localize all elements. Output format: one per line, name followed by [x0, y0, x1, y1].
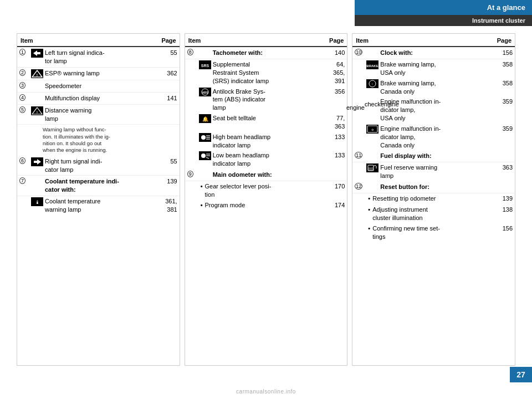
column-3: Item Page 10 Clock with: 156 BRAKE Brake… — [352, 33, 515, 366]
row-text: • Resetting trip odometer — [368, 195, 492, 203]
row-page: 359 — [492, 98, 513, 106]
table-row: Fuel reserve warninglamp 363 — [352, 162, 515, 181]
table-row: • Adjusting instrumentcluster illuminati… — [352, 204, 515, 223]
check-engine-usa-icon: checkenginecheckengine — [365, 98, 380, 111]
row-text: SupplementalRestraint System(SRS) indica… — [213, 60, 324, 85]
row-page: 55 — [156, 49, 177, 57]
table-row: 1 Left turn signal indica-tor lamp 55 — [17, 47, 180, 68]
table-row: • Gear selector lever posi-tion 170 — [185, 181, 347, 200]
row-page: 141 — [156, 94, 177, 103]
header-bar: At a glance Instrument cluster — [355, 0, 532, 26]
row-page: 138 — [492, 206, 513, 214]
check-engine-canada-icon: ⚙ — [365, 125, 380, 134]
srs-icon: SRS — [197, 60, 213, 69]
table-row: checkenginecheckengine Engine malfunctio… — [352, 96, 515, 124]
row-text: • Confirming new time set-tings — [368, 224, 492, 241]
table-row: • Resetting trip odometer 139 — [352, 193, 515, 204]
row-page: 356 — [324, 88, 345, 96]
highbeam-icon — [197, 133, 213, 142]
row-text: Main odometer with: — [213, 171, 324, 179]
column-2: Item Page 8 Tachometer with: 140 SRS Sup… — [185, 33, 348, 366]
page-number: 27 — [510, 367, 532, 382]
row-page: 174 — [324, 201, 345, 209]
table-row: SRS SupplementalRestraint System(SRS) in… — [185, 59, 347, 86]
row-num: 12 — [355, 183, 365, 189]
row-page: 77,363 — [324, 114, 345, 131]
row-text: Speedometer — [45, 82, 156, 90]
row-text: Right turn signal indi-cator lamp — [45, 157, 156, 174]
row-page: 139 — [492, 195, 513, 203]
table-row: 12 Reset button for: — [352, 181, 515, 193]
svg-text:SRS: SRS — [201, 64, 209, 68]
table-row: 8 Tachometer with: 140 — [185, 47, 347, 59]
table-row: 10 Clock with: 156 — [352, 47, 515, 59]
row-page: 133 — [324, 151, 345, 160]
svg-text:🔔: 🔔 — [202, 116, 208, 122]
row-page: 140 — [324, 49, 345, 57]
lowbeam-icon — [197, 151, 213, 160]
col3-item-header: Item — [356, 37, 490, 44]
right-turn-icon — [29, 157, 45, 166]
col2-item-header: Item — [188, 37, 323, 44]
table-row: • Confirming new time set-tings 156 — [352, 223, 515, 242]
seatbelt-icon: 🔔 — [197, 114, 213, 123]
row-text: Reset button for: — [380, 183, 492, 191]
svg-text:!: ! — [372, 83, 373, 86]
col3-header: Item Page — [352, 35, 515, 47]
row-num: 7 — [19, 177, 29, 183]
col2-header: Item Page — [185, 35, 347, 47]
row-text: Low beam headlampindicator lamp — [213, 151, 324, 168]
row-text: Multifunction display — [45, 94, 156, 103]
row-page: 170 — [324, 182, 345, 191]
table-row: ABS Antilock Brake Sys-tem (ABS) indicat… — [185, 86, 347, 114]
table-row: Low beam headlampindicator lamp 133 — [185, 150, 347, 169]
row-text: ESP® warning lamp — [45, 69, 156, 78]
col1-page-header: Page — [155, 37, 176, 44]
row-text: Engine malfunction in-dicator lamp,Canad… — [380, 125, 492, 150]
row-page: 156 — [492, 224, 513, 233]
svg-text:!!: !! — [36, 111, 38, 114]
col2-page-header: Page — [323, 37, 344, 44]
svg-text:!: ! — [37, 73, 38, 77]
table-row: 7 Coolant temperature indi-cator with: 1… — [17, 176, 180, 196]
row-text: • Program mode — [201, 201, 324, 209]
esp-icon: ! — [29, 69, 45, 78]
row-text: Fuel reserve warninglamp — [380, 163, 492, 180]
svg-rect-2 — [37, 52, 40, 54]
main-content: Item Page 1 Left turn signal indica-tor … — [17, 33, 515, 366]
table-row: 11 Fuel display with: — [352, 150, 515, 162]
svg-text:BRAKE: BRAKE — [367, 64, 378, 68]
svg-text:🌡: 🌡 — [35, 200, 40, 205]
row-num: 4 — [19, 94, 29, 100]
table-row: 🔔 Seat belt telltale 77,363 — [185, 113, 347, 132]
col1-header: Item Page — [17, 35, 180, 47]
row-text: Tachometer with: — [213, 49, 324, 57]
row-num: 6 — [19, 157, 29, 163]
row-page: 133 — [324, 133, 345, 141]
svg-rect-11 — [34, 161, 37, 163]
row-text: Seat belt telltale — [213, 114, 324, 122]
table-row: High beam headlampindicator lamp 133 — [185, 132, 347, 151]
row-text: Antilock Brake Sys-tem (ABS) indicatorla… — [213, 88, 324, 112]
row-text: • Adjusting instrumentcluster illuminati… — [368, 206, 492, 222]
row-text: Engine malfunction in-dicator lamp,USA o… — [380, 98, 492, 122]
warning-note: Warning lamp without func-tion. It illum… — [17, 125, 180, 155]
row-text: Brake warning lamp,USA only — [380, 60, 492, 77]
distance-icon: !! — [29, 106, 45, 115]
svg-point-22 — [201, 135, 206, 140]
row-text: High beam headlampindicator lamp — [213, 133, 324, 150]
row-text: Coolant temperaturewarning lamp — [45, 197, 156, 214]
row-page: 64,365,391 — [324, 60, 345, 85]
col3-page-header: Page — [490, 37, 511, 44]
table-row: ! Brake warning lamp,Canada only 358 — [352, 78, 515, 97]
table-row: • Program mode 174 — [185, 200, 347, 211]
row-text: Distance warninglamp — [45, 106, 156, 123]
row-text: Clock with: — [380, 49, 492, 57]
table-row: 🌡 Coolant temperaturewarning lamp 361,38… — [17, 196, 180, 215]
row-text: • Gear selector lever posi-tion — [201, 182, 324, 199]
row-num: 9 — [187, 171, 197, 177]
row-page: 139 — [156, 177, 177, 186]
row-num: 11 — [355, 152, 365, 158]
table-row: 4 Multifunction display 141 — [17, 93, 180, 105]
row-num: 8 — [187, 49, 197, 55]
